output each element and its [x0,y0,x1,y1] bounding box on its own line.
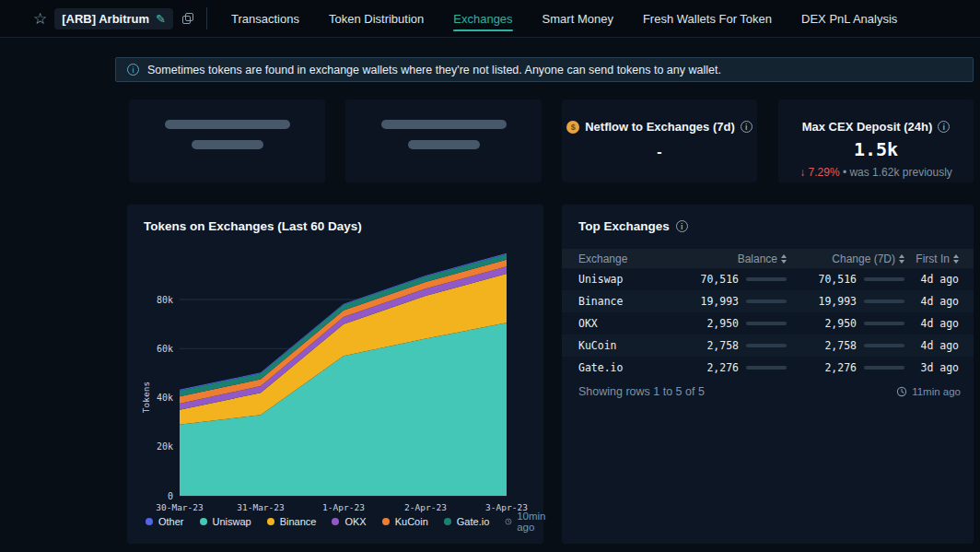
column-change-sort[interactable]: Change (7D) [787,253,904,265]
change-value: 70,516 [818,273,857,286]
table-title: Top Exchanges [578,219,670,233]
change-note: • was 1.62k previously [843,166,952,179]
favorite-star-icon[interactable]: ☆ [33,9,47,29]
netflow-card: $ Netflow to Exchanges (7d) i - [562,100,757,182]
token-name: [ARB] Arbitrum [62,12,149,26]
max-cex-deposit-card: Max CEX Deposit (24h) i 1.5k ↓ 7.29% • w… [778,100,974,182]
top-bar: ☆ [ARB] Arbitrum ✎ TransactionsToken Dis… [0,0,980,38]
first-in-value: 4d ago [920,295,959,308]
svg-text:20k: 20k [157,441,173,452]
legend-label: Binance [280,516,317,527]
exchange-name: KuCoin [578,339,617,352]
tab-bar: TransactionsToken DistributionExchangesS… [231,0,897,38]
skeleton-bar [165,120,290,129]
table-row-kucoin[interactable]: KuCoin2,7582,7584d ago [562,335,974,357]
table-header-row: Exchange Balance Change (7D) First In [562,249,974,268]
change-value: 2,276 [824,361,857,374]
info-icon[interactable]: i [676,220,688,232]
first-in-value: 4d ago [920,317,959,330]
exchange-name: Binance [578,295,623,308]
legend-dot [332,518,339,525]
value-bar [864,299,904,303]
legend-dot [267,518,274,525]
svg-text:80k: 80k [157,295,173,305]
skeleton-bar [408,140,480,149]
skeleton-bar [192,140,263,149]
max-cex-card-title: Max CEX Deposit (24h) [802,120,933,134]
legend-item-binance[interactable]: Binance [267,516,317,527]
value-bar [746,322,787,325]
tokens-on-exchanges-panel: Tokens on Exchanges (Last 60 Days) 020k4… [127,205,543,544]
info-icon[interactable]: i [938,121,950,133]
exchange-name: OKX [578,317,598,330]
table-row-gate-io[interactable]: Gate.io2,2762,2763d ago [562,357,974,379]
value-bar [746,277,787,281]
table-row-binance[interactable]: Binance19,99319,9934d ago [562,290,974,312]
top-exchanges-panel: Top Exchanges i Exchange Balance Change … [562,205,974,544]
table-row-okx[interactable]: OKX2,9502,9504d ago [562,312,974,335]
max-cex-value: 1.5k [778,138,974,160]
svg-text:0: 0 [168,491,173,501]
table-row-uniswap[interactable]: Uniswap70,51670,5164d ago [562,268,974,290]
first-in-value: 3d ago [920,361,959,374]
legend-label: Other [158,516,184,527]
info-icon[interactable]: i [741,121,752,133]
legend-label: KuCoin [395,516,428,527]
chart-legend: OtherUniswapBinanceOKXKuCoinGate.io 10mi… [146,511,531,533]
netflow-value: - [562,144,757,160]
legend-dot [382,518,390,525]
tab-transactions[interactable]: Transactions [231,0,299,38]
netflow-card-title: Netflow to Exchanges (7d) [585,120,735,134]
column-firstin-sort[interactable]: First In [904,253,959,265]
exchange-name: Uniswap [578,273,623,286]
value-bar [746,344,787,347]
svg-text:40k: 40k [157,393,173,403]
legend-label: OKX [344,516,366,527]
legend-item-uniswap[interactable]: Uniswap [200,516,251,527]
legend-item-okx[interactable]: OKX [332,516,366,527]
value-bar [864,366,904,370]
refresh-clock-icon [896,386,907,397]
info-banner: i Sometimes tokens are found in exchange… [115,57,974,82]
column-exchange: Exchange [578,253,658,265]
tab-fresh-wallets-for-token[interactable]: Fresh Wallets For Token [643,0,772,38]
balance-value: 19,993 [700,295,739,308]
column-balance-sort[interactable]: Balance [658,253,787,265]
loading-card-1 [129,100,325,182]
edit-pencil-icon[interactable]: ✎ [156,12,166,26]
refresh-clock-icon [505,516,512,527]
token-name-box[interactable]: [ARB] Arbitrum ✎ [54,8,173,29]
skeleton-bar [381,120,507,129]
legend-dot [444,518,451,525]
tab-smart-money[interactable]: Smart Money [542,0,613,38]
tokens-area-chart: 020k40k60k80k30-Mar-2331-Mar-231-Apr-232… [127,236,543,523]
copy-icon[interactable] [182,13,193,24]
value-bar [746,299,787,303]
sort-icon [953,254,959,264]
money-face-emoji: $ [566,121,579,134]
legend-item-gate-io[interactable]: Gate.io [444,516,489,527]
balance-value: 70,516 [700,273,739,286]
exchange-name: Gate.io [578,361,623,374]
value-bar [746,366,787,370]
tab-dex-pnl-analysis[interactable]: DEX PnL Analysis [801,0,897,38]
banner-text: Sometimes tokens are found in exchange w… [147,64,721,76]
rows-summary: Showing rows 1 to 5 of 5 [578,385,705,398]
legend-label: Gate.io [457,516,489,527]
tab-exchanges[interactable]: Exchanges [453,0,512,38]
first-in-value: 4d ago [920,339,959,352]
max-cex-change-row: ↓ 7.29% • was 1.62k previously [778,166,974,179]
dashboard-root: ☆ [ARB] Arbitrum ✎ TransactionsToken Dis… [0,0,980,552]
top-exchanges-table: Exchange Balance Change (7D) First In Un… [562,249,974,379]
svg-text:60k: 60k [157,344,173,354]
tab-token-distribution[interactable]: Token Distribution [329,0,424,38]
legend-item-other[interactable]: Other [146,516,184,527]
chart-title: Tokens on Exchanges (Last 60 Days) [144,219,362,233]
value-bar [864,322,904,325]
legend-item-kucoin[interactable]: KuCoin [382,516,428,527]
info-icon: i [127,64,139,76]
legend-dot [146,518,153,525]
value-bar [864,277,904,281]
table-updated: 11min ago [896,386,961,397]
balance-value: 2,276 [706,361,739,374]
